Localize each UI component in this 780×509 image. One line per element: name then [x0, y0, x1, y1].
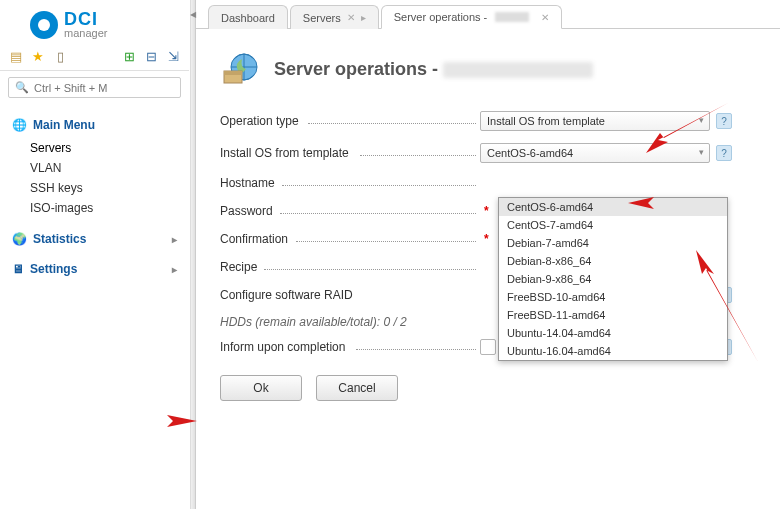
tab-servers[interactable]: Servers✕▸ [290, 5, 379, 29]
pin-icon[interactable]: ⇲ [165, 48, 181, 64]
label-install-template: Install OS from template [220, 146, 480, 160]
os-option[interactable]: Debian-7-amd64 [499, 234, 727, 252]
sidebar-divider[interactable] [190, 0, 196, 509]
monitor-icon: 🖥 [12, 262, 24, 276]
label-confirmation: Confirmation [220, 232, 480, 246]
remove-icon[interactable]: ⊟ [143, 48, 159, 64]
redacted [495, 12, 529, 22]
os-option[interactable]: FreeBSD-10-amd64 [499, 288, 727, 306]
nav-settings-header[interactable]: 🖥 Settings ▸ [0, 258, 189, 280]
search-box[interactable]: 🔍 [8, 77, 181, 98]
nav-stats-label: Statistics [33, 232, 86, 246]
label-hostname: Hostname [220, 176, 480, 190]
os-dropdown-list[interactable]: CentOS-6-amd64CentOS-7-amd64Debian-7-amd… [498, 197, 728, 361]
server-globe-icon [220, 49, 260, 89]
search-input[interactable] [34, 82, 174, 94]
tab-label: Dashboard [221, 12, 275, 24]
os-option[interactable]: FreeBSD-11-amd64 [499, 306, 727, 324]
logo: DCI manager [0, 0, 189, 44]
required-star: * [484, 232, 489, 246]
os-option[interactable]: Ubuntu-16.04-amd64 [499, 342, 727, 360]
os-option[interactable]: CentOS-6-amd64 [499, 198, 727, 216]
label-inform: Inform upon completion [220, 340, 480, 354]
sidebar-item-vlan[interactable]: VLAN [30, 158, 189, 178]
star-icon[interactable]: ★ [30, 48, 46, 64]
required-star: * [484, 204, 489, 218]
close-icon[interactable]: ✕ [347, 12, 355, 23]
cancel-button[interactable]: Cancel [316, 375, 398, 401]
label-password: Password [220, 204, 480, 218]
list-icon[interactable]: ▤ [8, 48, 24, 64]
logo-icon [30, 11, 58, 39]
chevron-right-icon: ▸ [172, 264, 177, 275]
svg-rect-2 [224, 71, 242, 75]
label-raid: Configure software RAID [220, 288, 480, 302]
os-option[interactable]: CentOS-7-amd64 [499, 216, 727, 234]
logo-dci: DCI [64, 10, 107, 28]
search-icon: 🔍 [15, 81, 29, 94]
globe-icon: 🌐 [12, 118, 27, 132]
nav-main-label: Main Menu [33, 118, 95, 132]
tab-server-operations[interactable]: Server operations - ✕ [381, 5, 563, 29]
sidebar-item-servers[interactable]: Servers [30, 138, 189, 158]
sidebar-item-iso[interactable]: ISO-images [30, 198, 189, 218]
tab-dashboard[interactable]: Dashboard [208, 5, 288, 29]
chevron-right-icon: ▸ [172, 234, 177, 245]
nav-main-header[interactable]: 🌐 Main Menu [0, 114, 189, 136]
checkbox-inform[interactable] [480, 339, 496, 355]
help-icon[interactable]: ? [716, 145, 732, 161]
os-option[interactable]: Debian-9-x86_64 [499, 270, 727, 288]
select-operation-type[interactable]: Install OS from template [480, 111, 710, 131]
logo-manager: manager [64, 28, 107, 39]
tab-label: Servers [303, 12, 341, 24]
nav: 🌐 Main Menu Servers VLAN SSH keys ISO-im… [0, 104, 189, 290]
add-icon[interactable]: ⊞ [121, 48, 137, 64]
page-title: Server operations - [274, 59, 593, 80]
clipboard-icon[interactable]: ▯ [52, 48, 68, 64]
nav-settings-label: Settings [30, 262, 77, 276]
os-option[interactable]: Debian-8-x86_64 [499, 252, 727, 270]
os-option[interactable]: Ubuntu-14.04-amd64 [499, 324, 727, 342]
label-recipe: Recipe [220, 260, 480, 274]
label-operation-type: Operation type [220, 114, 480, 128]
nav-stats-header[interactable]: 🌍 Statistics ▸ [0, 228, 189, 250]
help-icon[interactable]: ? [716, 113, 732, 129]
chevron-right-icon: ▸ [361, 12, 366, 23]
tab-label: Server operations - [394, 11, 488, 23]
sidebar-item-sshkeys[interactable]: SSH keys [30, 178, 189, 198]
title-prefix: Server operations - [274, 59, 443, 79]
select-install-template[interactable]: CentOS-6-amd64 [480, 143, 710, 163]
chart-icon: 🌍 [12, 232, 27, 246]
mini-toolbar: ▤ ★ ▯ ⊞ ⊟ ⇲ [0, 44, 189, 71]
close-icon[interactable]: ✕ [541, 12, 549, 23]
tabs: Dashboard Servers✕▸ Server operations - … [196, 4, 780, 28]
sidebar: DCI manager ▤ ★ ▯ ⊞ ⊟ ⇲ 🔍 🌐 Main Menu Se… [0, 0, 190, 509]
ok-button[interactable]: Ok [220, 375, 302, 401]
redacted [443, 62, 593, 78]
